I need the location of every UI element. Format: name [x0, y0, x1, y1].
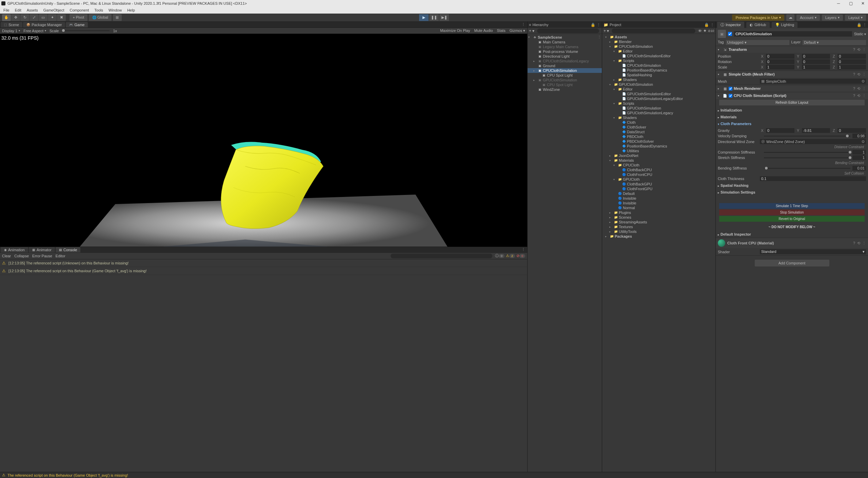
panel-menu-icon[interactable]: ⋮: [710, 23, 714, 27]
transform-header[interactable]: ▾⇲ Transform ?⟲⋮: [716, 46, 868, 53]
vdamp-slider[interactable]: [764, 136, 850, 137]
step-button[interactable]: ▶❚: [439, 14, 449, 21]
hierarchy-item[interactable]: ▣Main Camera: [528, 40, 602, 44]
help-icon[interactable]: ?: [853, 241, 855, 245]
section-materials[interactable]: ▸Materials: [716, 114, 868, 120]
project-item[interactable]: ▾📁GPUCloth: [602, 177, 715, 182]
project-item[interactable]: 🔷Utilities: [602, 148, 715, 153]
editor-dropdown[interactable]: Editor: [56, 254, 65, 258]
tab-lighting[interactable]: 💡 Lighting: [772, 22, 798, 28]
section-default-inspector[interactable]: ▸Default Inspector: [716, 231, 868, 238]
bottom-tabs-menu-icon[interactable]: ⋮: [520, 247, 527, 252]
menu-edit[interactable]: Edit: [13, 7, 23, 13]
panel-menu-icon[interactable]: ⋮: [863, 23, 867, 27]
menu-icon[interactable]: ⋮: [862, 241, 866, 245]
menu-assets[interactable]: Assets: [25, 7, 40, 13]
meshrenderer-enabled[interactable]: [729, 87, 732, 91]
project-item[interactable]: ▾📁GPUClothSimulation: [602, 82, 715, 87]
error-count[interactable]: ⊘0: [516, 254, 525, 258]
meshrenderer-header[interactable]: ▸▦ Mesh Renderer ?⟲⋮: [716, 85, 868, 92]
pos-x[interactable]: 0: [766, 54, 794, 59]
project-item[interactable]: 📄CPUClothSimulation: [602, 63, 715, 68]
help-icon[interactable]: ?: [853, 47, 855, 52]
section-cloth-params[interactable]: ▾Cloth Parameters: [716, 120, 868, 127]
rot-z[interactable]: 0: [837, 59, 866, 64]
reset-icon[interactable]: ⟲: [857, 47, 860, 52]
menu-component[interactable]: Component: [67, 7, 91, 13]
console-row[interactable]: ⚠[12:13:05] The referenced script (Unkno…: [0, 259, 527, 267]
panel-lock-icon[interactable]: 🔒: [591, 23, 595, 27]
hierarchy-item[interactable]: ▣Directional Light: [528, 54, 602, 59]
status-message[interactable]: The referenced script on this Behaviour …: [7, 473, 128, 477]
project-item[interactable]: 📄GPUClothSimulation: [602, 106, 715, 111]
rotate-tool-button[interactable]: ↻: [20, 14, 29, 21]
project-item[interactable]: ▾📁Editor: [602, 49, 715, 54]
project-item[interactable]: 📄SpatialHashing: [602, 73, 715, 77]
gravity-z[interactable]: 0: [837, 128, 866, 133]
pause-button[interactable]: ❚❚: [429, 14, 439, 21]
project-item[interactable]: 📄GPUClothSimulationLegacyEditor: [602, 96, 715, 101]
static-dropdown[interactable]: Static ▾: [854, 32, 866, 36]
layers-dropdown[interactable]: Layers ▾: [822, 15, 843, 21]
meshfilter-header[interactable]: ▾▦ Simple Cloth (Mesh Filter) ?⟲⋮: [716, 71, 868, 78]
menu-icon[interactable]: ⋮: [862, 94, 866, 98]
hierarchy-item[interactable]: ▣WindZone: [528, 87, 602, 92]
reset-icon[interactable]: ⟲: [857, 86, 860, 91]
stop-sim-button[interactable]: Stop Simulation: [719, 210, 865, 215]
project-item[interactable]: 🔷Cloth: [602, 120, 715, 125]
hierarchy-add-button[interactable]: + ▾: [529, 28, 534, 33]
hierarchy-search[interactable]: [537, 28, 599, 33]
stats-toggle[interactable]: Stats: [497, 28, 506, 33]
rot-y[interactable]: 0: [802, 59, 830, 64]
menu-icon[interactable]: ⋮: [862, 86, 866, 91]
layout-dropdown[interactable]: Layout ▾: [845, 15, 866, 21]
revert-button[interactable]: Revert to Original: [719, 216, 865, 222]
close-button[interactable]: ✕: [859, 1, 867, 6]
menu-icon[interactable]: ⋮: [862, 72, 866, 77]
project-item[interactable]: ▸📁Shaders: [602, 77, 715, 82]
error-pause-toggle[interactable]: Error Pause: [32, 254, 52, 258]
tabs-menu-icon[interactable]: ⋮: [520, 22, 527, 27]
simulate-step-button[interactable]: Simulate 1 Time Step: [719, 203, 865, 209]
transform-tool-button[interactable]: ✦: [48, 14, 57, 21]
object-picker-icon[interactable]: ⊙: [862, 79, 865, 83]
project-item[interactable]: ▸📁Blender: [602, 39, 715, 44]
comp-stiff-value[interactable]: 1: [852, 150, 866, 155]
project-item[interactable]: 🔵Normal: [602, 205, 715, 210]
reset-icon[interactable]: ⟲: [857, 94, 860, 98]
gameobject-name-field[interactable]: CPUClothSimulation: [734, 31, 852, 37]
snap-button[interactable]: ⊞: [113, 14, 122, 21]
project-item[interactable]: ▸📁StreamingAssets: [602, 220, 715, 224]
cloud-button[interactable]: ☁: [786, 14, 794, 21]
add-component-button[interactable]: Add Component: [755, 260, 829, 266]
layer-dropdown[interactable]: Default ▾: [803, 40, 866, 45]
refresh-layout-button[interactable]: Refresh Editor Layout: [719, 100, 865, 105]
tab-animation[interactable]: ◉Animation: [1, 247, 28, 253]
project-item[interactable]: ▸📁Textures: [602, 224, 715, 229]
gravity-y[interactable]: -9.81: [802, 128, 830, 133]
custom-tool-button[interactable]: ✖: [57, 14, 66, 21]
game-viewport[interactable]: 32.0 ms (31 FPS): [0, 34, 527, 247]
panel-lock-icon[interactable]: 🔒: [857, 23, 862, 27]
project-item[interactable]: 📄GPUClothSimulationEditor: [602, 92, 715, 96]
menu-window[interactable]: Window: [106, 7, 124, 13]
tag-dropdown[interactable]: Untagged ▾: [726, 40, 789, 45]
vdamp-value[interactable]: 0.98: [852, 134, 866, 138]
warn-count[interactable]: ⚠2: [506, 254, 515, 258]
project-item[interactable]: ▾📁Scripts: [602, 58, 715, 63]
stretch-stiff-value[interactable]: 1: [852, 155, 866, 160]
material-header[interactable]: Cloth Front CPU (Material) ?⟲⋮: [716, 238, 868, 248]
console-row[interactable]: ⚠[12:13:05] The referenced script on thi…: [0, 267, 527, 275]
project-item[interactable]: ▾📁Materials: [602, 158, 715, 163]
panel-menu-icon[interactable]: ⋮: [597, 23, 600, 27]
gameobject-icon[interactable]: ▣: [718, 30, 726, 38]
project-item[interactable]: 🔷DataStruct: [602, 130, 715, 134]
project-item[interactable]: 🔵Invisible: [602, 201, 715, 205]
hierarchy-item[interactable]: ▣Post-process Volume: [528, 49, 602, 54]
project-item[interactable]: 📄GPUClothSimulationLegacy: [602, 111, 715, 115]
menu-icon[interactable]: ⋮: [862, 47, 866, 52]
project-item[interactable]: ▸📁JsonDotNet: [602, 153, 715, 158]
maximize-button[interactable]: ▢: [847, 1, 854, 6]
scale-tool-button[interactable]: ⤢: [29, 14, 38, 21]
menu-help[interactable]: Help: [125, 7, 137, 13]
